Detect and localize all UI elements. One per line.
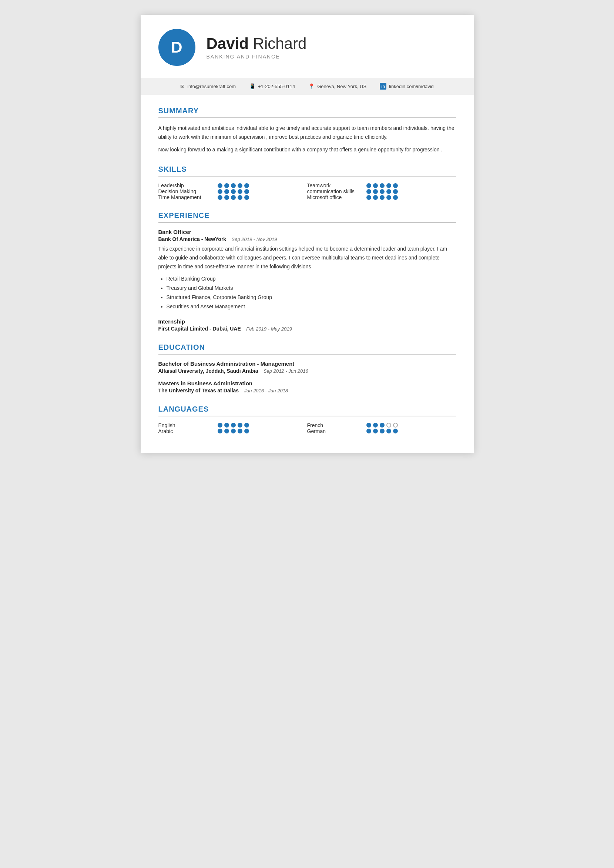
header-info: David Richard BANKING AND FINANCE (206, 35, 307, 60)
experience-divider (158, 222, 456, 223)
job-company-line: First Capital Limited - Dubai, UAE Feb 2… (158, 326, 456, 332)
languages-left: English Arabic (158, 422, 307, 434)
edu-block: Bachelor of Business Administration - Ma… (158, 361, 456, 374)
skill-row: Microsoft office (307, 194, 456, 200)
dot (231, 195, 236, 200)
language-row: Arabic (158, 428, 307, 434)
dot (237, 189, 242, 194)
edu-date: Jan 2016 - Jan 2018 (244, 388, 288, 394)
education-section: EDUCATION Bachelor of Business Administr… (158, 343, 456, 394)
contact-bar: ✉ info@resumekraft.com 📱 +1-202-555-0114… (141, 78, 474, 95)
job-company-line: Bank Of America - NewYork Sep 2019 - Nov… (158, 236, 456, 242)
dot (218, 189, 222, 194)
dot-empty (393, 423, 398, 428)
phone-contact: 📱 +1-202-555-0114 (249, 83, 295, 89)
dot (393, 429, 398, 434)
language-row: German (307, 428, 456, 434)
summary-divider (158, 117, 456, 118)
edu-school-line: The University of Texas at Dallas Jan 20… (158, 387, 456, 394)
full-name: David Richard (206, 35, 307, 52)
language-name: French (307, 422, 366, 428)
skills-grid: Leadership Decision Making (158, 183, 456, 200)
dot (244, 189, 249, 194)
dot (224, 195, 229, 200)
job-company: Bank Of America - NewYork (158, 236, 226, 242)
skill-name: Teamwork (307, 183, 366, 188)
main-content: SUMMARY A highly motivated and ambitious… (141, 95, 474, 453)
email-contact: ✉ info@resumekraft.com (180, 83, 236, 89)
skill-row: communication skills (307, 188, 456, 194)
bullet-item: Retail Banking Group (167, 274, 456, 284)
bullet-item: Structured Finance, Corporate Banking Gr… (167, 293, 456, 302)
edu-degree: Bachelor of Business Administration - Ma… (158, 361, 456, 367)
skill-dots (218, 189, 249, 194)
language-dots (366, 429, 398, 434)
skills-heading: SKILLS (158, 165, 456, 174)
language-name: English (158, 422, 218, 428)
skill-name: Leadership (158, 183, 218, 188)
skill-dots (366, 183, 398, 188)
dot (218, 423, 222, 428)
skills-left: Leadership Decision Making (158, 183, 307, 200)
dot (231, 423, 236, 428)
skill-name: Decision Making (158, 188, 218, 194)
dot (224, 423, 229, 428)
dot (373, 195, 378, 200)
dot (244, 429, 249, 434)
skill-dots (218, 195, 249, 200)
dot (218, 195, 222, 200)
languages-right: French German (307, 422, 456, 434)
skill-name: Microsoft office (307, 194, 366, 200)
education-heading: EDUCATION (158, 343, 456, 352)
dot (237, 423, 242, 428)
skill-row: Teamwork (307, 183, 456, 188)
resume-document: D David Richard BANKING AND FINANCE ✉ in… (141, 15, 474, 453)
dot (244, 423, 249, 428)
languages-grid: English Arabic (158, 422, 456, 434)
skill-row: Leadership (158, 183, 307, 188)
skill-dots (366, 189, 398, 194)
edu-school: The University of Texas at Dallas (158, 388, 239, 394)
email-icon: ✉ (180, 83, 185, 89)
language-name: German (307, 428, 366, 434)
job-description: This experience in corporate and financi… (158, 245, 456, 271)
dot (224, 189, 229, 194)
job-title: Internship (158, 318, 456, 325)
dot (393, 189, 398, 194)
dot (244, 195, 249, 200)
linkedin-contact: in linkedin.com/in/david (380, 83, 434, 90)
edu-block: Masters in Business Administration The U… (158, 380, 456, 394)
dot (224, 429, 229, 434)
linkedin-text: linkedin.com/in/david (389, 84, 434, 89)
summary-section: SUMMARY A highly motivated and ambitious… (158, 107, 456, 154)
dot (237, 429, 242, 434)
job-date: Feb 2019 - May 2019 (246, 326, 292, 332)
edu-school: Alfaisal University, Jeddah, Saudi Arabi… (158, 368, 258, 374)
job-title: Bank Officer (158, 229, 456, 235)
dot (386, 195, 391, 200)
dot (386, 429, 391, 434)
skill-row: Time Management (158, 194, 307, 200)
dot (380, 423, 385, 428)
edu-school-line: Alfaisal University, Jeddah, Saudi Arabi… (158, 367, 456, 374)
dot (380, 195, 385, 200)
dot (231, 189, 236, 194)
phone-text: +1-202-555-0114 (258, 84, 295, 89)
dot-empty (386, 423, 391, 428)
dot (366, 189, 371, 194)
dot (373, 183, 378, 188)
dot (366, 429, 371, 434)
skill-row: Decision Making (158, 188, 307, 194)
dot (366, 183, 371, 188)
edu-degree: Masters in Business Administration (158, 380, 456, 386)
job-title: BANKING AND FINANCE (206, 54, 307, 60)
dot (386, 189, 391, 194)
location-contact: 📍 Geneva, New York, US (308, 83, 366, 89)
dot (218, 183, 222, 188)
avatar-letter: D (171, 39, 182, 56)
dot (244, 183, 249, 188)
language-row: English (158, 422, 307, 428)
avatar: D (158, 29, 195, 66)
language-name: Arabic (158, 428, 218, 434)
dot (237, 183, 242, 188)
